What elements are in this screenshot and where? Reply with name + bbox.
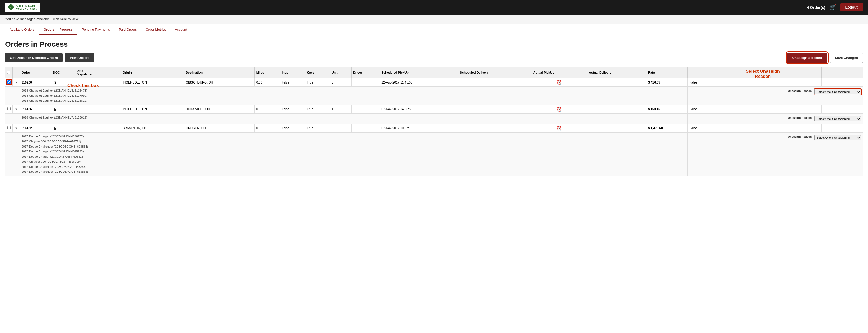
unassign-reason-select-316182[interactable]: Select One If Unassigning Breakdown Driv… xyxy=(814,135,861,140)
order-doc-316182: 🖨 xyxy=(51,124,75,132)
unassign-reason-select-316186[interactable]: Select One If Unassigning Breakdown Driv… xyxy=(814,116,861,121)
order-rate-316186: $ 153.45 xyxy=(647,105,688,113)
message-text-before: You have messages available. Click xyxy=(5,17,60,21)
detail-unassign-316186: Unassign Reason: Select One If Unassigni… xyxy=(688,113,863,124)
vehicle-vin: 2017 Dodge Challenger (2C3CDZAGXHH613563… xyxy=(22,169,686,174)
detail-row: 2017 Dodge Charger (2C3CDXGJ8HH628277)20… xyxy=(5,132,863,176)
logo-main: VIRIDIAN xyxy=(16,4,38,8)
order-keys-316186: True xyxy=(305,105,330,113)
col-destination: Destination xyxy=(184,67,254,78)
vehicle-vin: 2017 Dodge Charger (2C3CDXGJ6HH545723) xyxy=(22,149,686,154)
col-expand xyxy=(13,67,20,78)
unassign-reason-label: Unassign Reason: xyxy=(788,89,813,94)
save-changes-button[interactable]: Save Changes xyxy=(830,53,863,63)
message-link[interactable]: here xyxy=(60,17,67,21)
col-miles: Miles xyxy=(254,67,280,78)
viridian-logo-icon: V xyxy=(7,4,14,11)
header-right: 4 Order(s) 🛒 Logout xyxy=(807,3,863,11)
logo-box: V VIRIDIAN TRANSVISION xyxy=(5,3,40,12)
order-rate-316182: $ 1,473.60 xyxy=(647,124,688,132)
order-checkbox-cell xyxy=(5,105,13,113)
expand-button-316200[interactable]: ▼ xyxy=(14,81,18,84)
page-title: Orders in Process xyxy=(5,40,863,48)
detail-unassign-316200: Unassign Reason: Select One If Unassigni… xyxy=(688,87,863,105)
get-docs-button[interactable]: Get Docs For Selected Orders xyxy=(5,53,63,62)
order-action-316200 xyxy=(822,78,863,87)
unassign-reason-row: Unassign Reason: Select One If Unassigni… xyxy=(689,134,861,141)
detail-content-316182: 2017 Dodge Charger (2C3CDXGJ8HH628277)20… xyxy=(20,132,688,176)
order-destination-316200: GIBSONBURG, OH xyxy=(184,78,254,87)
order-driver-316200 xyxy=(351,78,380,87)
tab-pending-payments[interactable]: Pending Payments xyxy=(77,24,115,35)
tab-order-metrics[interactable]: Order Metrics xyxy=(141,24,170,35)
table-row: ▼ 316182 🖨 BRAMPTON, ON OREGON, OH 0.00 … xyxy=(5,124,863,132)
print-icon-316186[interactable]: 🖨 xyxy=(53,107,57,111)
vin-list-316200: 2018 Chevrolet Equinox (2GNAXHEV3J611647… xyxy=(22,88,686,103)
tab-orders-in-process[interactable]: Orders In Process xyxy=(39,24,77,35)
order-miles-316200: 0.00 xyxy=(254,78,280,87)
order-driver-316186 xyxy=(351,105,380,113)
vehicle-vin: 2018 Chevrolet Equinox (2GNAXHEV5J611682… xyxy=(22,98,686,103)
order-destination-316186: HICKSVILLE, OH xyxy=(184,105,254,113)
order-actual-delivery-316200 xyxy=(587,78,647,87)
print-icon-316182[interactable]: 🖨 xyxy=(53,126,57,130)
order-actual-pickup-316200: ⏰ xyxy=(531,78,587,87)
actual-pickup-icon-316186: ⏰ xyxy=(557,107,562,111)
detail-unassign-316182: Unassign Reason: Select One If Unassigni… xyxy=(688,132,863,176)
col-keys: Keys xyxy=(305,67,330,78)
cart-icon: 🛒 xyxy=(830,4,836,10)
order-checkbox-316186[interactable] xyxy=(7,107,11,110)
vehicle-vin: 2017 Dodge Challenger (2C3CDZGG9HH628854… xyxy=(22,144,686,149)
order-checkbox-316182[interactable] xyxy=(7,126,11,129)
order-id-316186: 316186 xyxy=(20,105,51,113)
tab-account[interactable]: Account xyxy=(170,24,191,35)
svg-text:V: V xyxy=(10,6,12,8)
expand-cell: ▼ xyxy=(13,105,20,113)
order-rate-extra-316186: False xyxy=(688,105,822,113)
order-count: 4 Order(s) xyxy=(807,5,826,9)
order-destination-316182: OREGON, OH xyxy=(184,124,254,132)
unassign-reason-label: Unassign Reason: xyxy=(788,116,813,121)
print-icon-316200[interactable]: 🖨 xyxy=(53,80,57,85)
tab-paid-orders[interactable]: Paid Orders xyxy=(115,24,141,35)
order-sched-delivery-316200 xyxy=(458,78,532,87)
vehicle-vin: 2017 Dodge Charger (2C3CDXHG6HH606426) xyxy=(22,154,686,160)
col-origin: Origin xyxy=(121,67,184,78)
table-header-row: Order DOC DateDispatched Origin Destinat… xyxy=(5,67,863,78)
print-orders-button[interactable]: Print Orders xyxy=(65,53,94,62)
order-dispatched-316186 xyxy=(75,105,121,113)
order-checkbox-316200[interactable] xyxy=(7,80,11,84)
table-row: ▼ 316186 🖨 INGERSOLL, ON HICKSVILLE, OH … xyxy=(5,105,863,113)
order-miles-316182: 0.00 xyxy=(254,124,280,132)
vin-list-316186: 2018 Chevrolet Equinox (2GNAXHEV7J612361… xyxy=(22,115,686,120)
order-inop-316186: False xyxy=(280,105,305,113)
header: V VIRIDIAN TRANSVISION 4 Order(s) 🛒 Logo… xyxy=(0,0,868,14)
unassign-selected-button[interactable]: Unassign Selected xyxy=(787,53,828,63)
order-actual-delivery-316186 xyxy=(587,105,647,113)
nav-tabs: Available Orders Orders In Process Pendi… xyxy=(0,24,868,35)
logout-button[interactable]: Logout xyxy=(840,3,863,11)
page-content: Orders in Process Check this box Select … xyxy=(0,35,868,181)
order-sched-pickup-316182: 07-Nov-2017 10:27:16 xyxy=(380,124,458,132)
vehicle-vin: 2017 Chrysler 300 (2C3CCABG6HH616009) xyxy=(22,159,686,164)
col-order: Order xyxy=(20,67,51,78)
expand-button-316182[interactable]: ▼ xyxy=(14,127,18,130)
tab-available-orders[interactable]: Available Orders xyxy=(5,24,39,35)
unassign-reason-row: Unassign Reason: Select One If Unassigni… xyxy=(689,88,861,95)
order-checkbox-cell xyxy=(5,124,13,132)
order-keys-316182: True xyxy=(305,124,330,132)
order-checkbox-cell xyxy=(5,78,13,87)
detail-row: 2018 Chevrolet Equinox (2GNAXHEV7J612361… xyxy=(5,113,863,124)
actual-pickup-icon-316182: ⏰ xyxy=(557,126,562,130)
order-sched-delivery-316186 xyxy=(458,105,532,113)
vin-list-316182: 2017 Dodge Charger (2C3CDXGJ8HH628277)20… xyxy=(22,134,686,174)
select-all-checkbox[interactable] xyxy=(7,71,10,74)
expand-button-316186[interactable]: ▼ xyxy=(14,108,18,111)
col-actual-pickup: Actual PickUp xyxy=(531,67,587,78)
col-unit: Unit xyxy=(330,67,351,78)
unassign-reason-select-316200[interactable]: Select One If Unassigning Breakdown Driv… xyxy=(814,89,861,94)
vehicle-vin: 2018 Chevrolet Equinox (2GNAXHEV7J612361… xyxy=(22,115,686,120)
logo-area: V VIRIDIAN TRANSVISION xyxy=(5,3,40,12)
order-action-316182 xyxy=(822,124,863,132)
toolbar-left: Get Docs For Selected Orders Print Order… xyxy=(5,53,94,62)
